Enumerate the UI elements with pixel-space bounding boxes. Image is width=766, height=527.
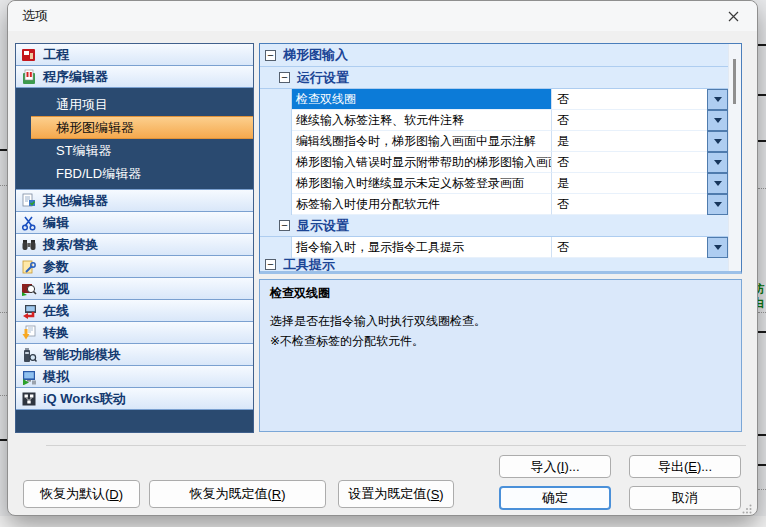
chevron-down-icon bbox=[714, 245, 722, 250]
titlebar[interactable]: 选项 bbox=[8, 1, 757, 31]
bg-grid-dots bbox=[758, 188, 766, 189]
sidebar-item-simulation[interactable]: 模拟 bbox=[16, 366, 253, 388]
sidebar-item-label: iQ Works联动 bbox=[43, 390, 126, 408]
sidebar-item-parameter[interactable]: 参数 bbox=[16, 256, 253, 278]
sidebar-item-label: 在线 bbox=[43, 302, 69, 320]
setting-row-show-undefined-label-screen: 梯形图输入时继续显示未定义标签登录画面 是 bbox=[260, 173, 728, 194]
tree-header-label: 显示设置 bbox=[297, 217, 349, 235]
restore-default-button[interactable]: 恢复为默认(D) bbox=[23, 480, 140, 508]
grid-scrollbar[interactable] bbox=[728, 44, 741, 271]
dropdown-button[interactable] bbox=[707, 152, 728, 173]
sidebar-item-st-editor[interactable]: ST编辑器 bbox=[31, 139, 253, 162]
sidebar-item-intelligent-module[interactable]: 智能功能模块 bbox=[16, 344, 253, 366]
bg-ladder-line bbox=[758, 464, 766, 466]
set-preset-button[interactable]: 设置为既定值(S) bbox=[338, 480, 454, 508]
tree-header-run-settings[interactable]: − 运行设置 bbox=[260, 67, 728, 89]
sidebar-item-other-editors[interactable]: 其他编辑器 bbox=[16, 190, 253, 212]
sidebar-item-iqworks-link[interactable]: iQ Works联动 bbox=[16, 388, 253, 410]
collapse-icon[interactable]: − bbox=[265, 259, 276, 270]
scissors-icon bbox=[21, 215, 37, 231]
dropdown-button[interactable] bbox=[707, 173, 728, 194]
row-gutter bbox=[260, 194, 292, 215]
import-button[interactable]: 导入(I)... bbox=[499, 455, 611, 478]
sidebar-item-label: 转换 bbox=[43, 324, 69, 342]
ok-button[interactable]: 确定 bbox=[499, 486, 611, 510]
sidebar-item-project[interactable]: 工程 bbox=[16, 44, 253, 66]
bg-ladder-line bbox=[0, 149, 7, 151]
setting-value[interactable]: 是 bbox=[552, 131, 707, 152]
tree-header-tooltip[interactable]: − 工具提示 bbox=[260, 258, 728, 271]
cancel-button[interactable]: 取消 bbox=[629, 486, 741, 510]
setting-label[interactable]: 检查双线圈 bbox=[292, 89, 552, 110]
row-gutter bbox=[260, 89, 292, 110]
bg-grid-dots bbox=[0, 395, 7, 396]
chevron-down-icon bbox=[714, 181, 722, 186]
setting-label[interactable]: 继续输入标签注释、软元件注释 bbox=[292, 110, 552, 131]
sidebar-item-search-replace[interactable]: 搜索/替换 bbox=[16, 234, 253, 256]
online-icon bbox=[21, 303, 37, 319]
collapse-icon[interactable]: − bbox=[279, 220, 290, 231]
setting-label[interactable]: 编辑线圈指令时，梯形图输入画面中显示注解 bbox=[292, 131, 552, 152]
close-icon bbox=[728, 11, 739, 22]
setting-value[interactable]: 否 bbox=[552, 89, 707, 110]
sidebar-item-label: 通用项目 bbox=[56, 97, 108, 112]
watch-icon bbox=[21, 281, 37, 297]
setting-row-check-double-coil: 检查双线圈 否 bbox=[260, 89, 728, 110]
setting-label[interactable]: 梯形图输入时继续显示未定义标签登录画面 bbox=[292, 173, 552, 194]
sidebar-item-common-items[interactable]: 通用项目 bbox=[31, 93, 253, 116]
collapse-icon[interactable]: − bbox=[265, 50, 276, 61]
setting-label[interactable]: 梯形图输入错误时显示附带帮助的梯形图输入画面 bbox=[292, 152, 552, 173]
dropdown-button[interactable] bbox=[707, 237, 728, 258]
bg-ladder-line bbox=[758, 44, 766, 46]
setting-value[interactable]: 否 bbox=[552, 110, 707, 131]
sidebar-item-monitor[interactable]: 监视 bbox=[16, 278, 253, 300]
restore-preset-button[interactable]: 恢复为既定值(R) bbox=[149, 480, 326, 508]
setting-value[interactable]: 否 bbox=[552, 194, 707, 215]
sidebar-item-label: 监视 bbox=[43, 280, 69, 298]
dropdown-button[interactable] bbox=[707, 194, 728, 215]
chevron-down-icon bbox=[714, 139, 722, 144]
setting-value[interactable]: 否 bbox=[552, 152, 707, 173]
setting-label[interactable]: 标签输入时使用分配软元件 bbox=[292, 194, 552, 215]
grid-scrollbar-thumb[interactable] bbox=[733, 59, 736, 104]
sidebar-item-label: 梯形图编辑器 bbox=[56, 120, 134, 135]
row-gutter bbox=[260, 173, 292, 194]
bg-editor-strip bbox=[0, 516, 766, 527]
program-editor-icon bbox=[21, 69, 37, 85]
description-title: 检查双线圈 bbox=[270, 285, 731, 302]
sidebar-item-program-editor[interactable]: 程序编辑器 bbox=[16, 66, 253, 88]
sidebar-filler bbox=[16, 410, 253, 432]
category-sidebar: 工程 程序编辑器 通用项目 梯形图编辑器 ST编辑器 FBD bbox=[15, 43, 254, 433]
sidebar-item-label: 模拟 bbox=[43, 368, 69, 386]
collapse-icon[interactable]: − bbox=[279, 72, 290, 83]
setting-label[interactable]: 指令输入时，显示指令工具提示 bbox=[292, 237, 552, 258]
setting-row-use-assigned-device: 标签输入时使用分配软元件 否 bbox=[260, 194, 728, 215]
project-icon bbox=[21, 47, 37, 63]
close-button[interactable] bbox=[711, 1, 755, 31]
export-button[interactable]: 导出(E)... bbox=[629, 455, 741, 478]
tree-header-ladder-input[interactable]: − 梯形图输入 bbox=[260, 44, 728, 67]
description-line: ※不检查标签的分配软元件。 bbox=[270, 331, 731, 351]
tree-header-display-settings[interactable]: − 显示设置 bbox=[260, 215, 728, 237]
sidebar-item-label: 搜索/替换 bbox=[43, 236, 99, 254]
sidebar-item-label: ST编辑器 bbox=[56, 143, 112, 158]
setting-value[interactable]: 是 bbox=[552, 173, 707, 194]
tree-header-label: 运行设置 bbox=[297, 69, 349, 87]
dropdown-button[interactable] bbox=[707, 131, 728, 152]
dropdown-button[interactable] bbox=[707, 89, 728, 110]
chevron-down-icon bbox=[714, 97, 722, 102]
sidebar-item-ladder-editor[interactable]: 梯形图编辑器 bbox=[31, 116, 253, 139]
setting-row-show-instruction-tooltip: 指令输入时，显示指令工具提示 否 bbox=[260, 237, 728, 258]
sidebar-item-online[interactable]: 在线 bbox=[16, 300, 253, 322]
resize-grip-icon[interactable] bbox=[742, 500, 752, 510]
dropdown-button[interactable] bbox=[707, 110, 728, 131]
sidebar-item-fbdld-editor[interactable]: FBD/LD编辑器 bbox=[31, 162, 253, 185]
screen: 防 由 选项 工程 bbox=[0, 0, 766, 527]
bg-grid-dots bbox=[758, 489, 766, 490]
row-gutter bbox=[260, 152, 292, 173]
setting-value[interactable]: 否 bbox=[552, 237, 707, 258]
tree-header-label: 梯形图输入 bbox=[283, 46, 348, 64]
sidebar-item-edit[interactable]: 编辑 bbox=[16, 212, 253, 234]
sidebar-item-convert[interactable]: 转换 bbox=[16, 322, 253, 344]
sidebar-item-label: 编辑 bbox=[43, 214, 69, 232]
